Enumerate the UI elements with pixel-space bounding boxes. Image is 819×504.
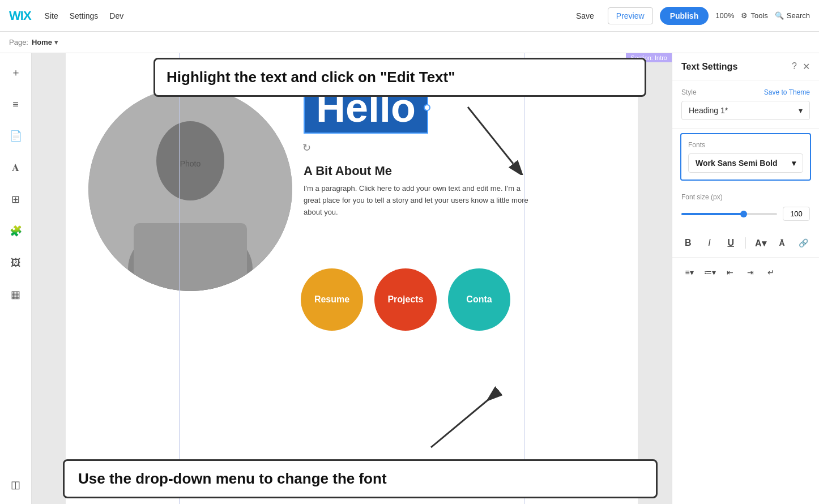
sidebar-add-icon[interactable]: ＋ (6, 62, 26, 83)
main-container: ＋ ≡ 📄 𝐀 ⊞ 🧩 🖼 ▦ ◫ Section: Intro (0, 53, 819, 504)
tools-icon: ⚙ (741, 11, 748, 20)
sidebar-menu-icon[interactable]: ≡ (6, 94, 26, 114)
font-dropdown[interactable]: Work Sans Semi Bold ▾ (688, 153, 803, 173)
slider-fill (681, 213, 744, 215)
topbar: WIX Site Settings Dev Save Preview Publi… (0, 0, 819, 32)
canvas-area: Section: Intro Photo (32, 53, 672, 504)
sidebar-layers-icon[interactable]: ◫ (6, 475, 26, 495)
nav-site[interactable]: Site (45, 11, 58, 20)
rotate-handle[interactable]: ↻ (302, 142, 311, 504)
font-size-section: Font size (px) (672, 185, 819, 229)
zoom-level: 100% (715, 11, 734, 20)
panel-help-icon[interactable]: ? (792, 61, 797, 72)
page-chevron-icon[interactable]: ▾ (54, 38, 58, 46)
style-label-row: Style Save to Theme (681, 88, 810, 96)
fonts-label: Fonts (688, 141, 803, 149)
italic-button[interactable]: I (703, 236, 716, 250)
buttons-row: Resume Projects Conta (301, 268, 510, 331)
topbar-right: Save Preview Publish 100% ⚙ Tools 🔍 Sear… (569, 7, 810, 25)
link-format-button[interactable]: 🔗 (796, 236, 810, 250)
panel-header-icons: ? ✕ (792, 61, 810, 72)
about-block: A Bit About Me I'm a paragraph. Click he… (304, 164, 530, 218)
indent-right-button[interactable]: ⇥ (743, 264, 758, 280)
sidebar-image-icon[interactable]: 🖼 (6, 253, 26, 273)
page-name: Home (32, 38, 52, 46)
profile-circle: Photo (88, 87, 292, 291)
style-section: Style Save to Theme Heading 1* ▾ (672, 80, 819, 129)
highlight-color-button[interactable]: Ā (775, 236, 789, 250)
projects-button[interactable]: Projects (374, 268, 437, 331)
tools-button[interactable]: ⚙ Tools (741, 11, 767, 20)
panel-close-icon[interactable]: ✕ (803, 61, 810, 72)
font-value: Work Sans Semi Bold (696, 159, 777, 168)
resize-handle[interactable] (424, 104, 430, 111)
align-row: ≡▾ ≔▾ ⇤ ⇥ ↵ (672, 258, 819, 287)
wix-logo: WIX (9, 8, 31, 23)
style-dropdown[interactable]: Heading 1* ▾ (681, 101, 810, 120)
save-to-theme-button[interactable]: Save to Theme (764, 88, 810, 96)
sidebar-font-icon[interactable]: 𝐀 (6, 157, 26, 178)
style-chevron-icon: ▾ (799, 106, 803, 115)
search-icon: 🔍 (775, 11, 784, 20)
divider-left (179, 53, 180, 504)
font-size-input[interactable] (783, 207, 810, 221)
sidebar-grid-icon[interactable]: ⊞ (6, 189, 26, 210)
contact-button[interactable]: Conta (448, 268, 510, 331)
divider-right (524, 53, 524, 504)
nav-dev[interactable]: Dev (109, 11, 123, 20)
page-label: Page: (9, 38, 28, 46)
style-label: Style (681, 88, 697, 96)
profile-image: Photo (88, 87, 292, 291)
tools-label: Tools (750, 11, 767, 20)
about-title: A Bit About Me (304, 164, 530, 178)
left-sidebar: ＋ ≡ 📄 𝐀 ⊞ 🧩 🖼 ▦ ◫ (0, 53, 32, 504)
topbar-nav: Site Settings Dev (45, 11, 124, 20)
font-size-row (681, 207, 810, 221)
bold-button[interactable]: B (681, 236, 695, 250)
fonts-wrapper: Fonts Work Sans Semi Bold ▾ (672, 129, 819, 185)
nav-settings[interactable]: Settings (70, 11, 99, 20)
underline-button[interactable]: U (724, 236, 737, 250)
svg-text:Photo: Photo (180, 159, 201, 168)
about-text: I'm a paragraph. Click here to add your … (304, 183, 530, 218)
list-button[interactable]: ≔▾ (702, 264, 718, 280)
text-color-button[interactable]: A▾ (754, 236, 767, 250)
font-chevron-icon: ▾ (792, 159, 796, 168)
pagebar: Page: Home ▾ (0, 32, 819, 53)
sidebar-table-icon[interactable]: ▦ (6, 284, 26, 305)
font-size-slider[interactable] (681, 213, 777, 215)
font-size-label: Font size (px) (681, 193, 810, 201)
save-button[interactable]: Save (569, 8, 601, 24)
sidebar-puzzle-icon[interactable]: 🧩 (6, 221, 26, 241)
panel-header: Text Settings ? ✕ (672, 53, 819, 80)
indent-left-button[interactable]: ⇤ (722, 264, 738, 280)
direction-button[interactable]: ↵ (763, 264, 779, 280)
canvas-content: Photo ✦ Edit Text Create AI Text W 🔗 ? T… (66, 53, 638, 504)
publish-button[interactable]: Publish (660, 7, 709, 25)
format-divider (745, 237, 746, 249)
format-row: B I U A▾ Ā 🔗 (672, 229, 819, 258)
search-button[interactable]: 🔍 Search (775, 11, 810, 20)
right-panel: Text Settings ? ✕ Style Save to Theme He… (672, 53, 819, 504)
search-label: Search (787, 11, 810, 20)
panel-title: Text Settings (681, 62, 737, 72)
style-value: Heading 1* (689, 106, 728, 115)
callout-top: Highlight the text and click on "Edit Te… (153, 58, 646, 97)
slider-thumb[interactable] (740, 211, 747, 217)
callout-bottom: Use the drop-down menu to change the fon… (63, 459, 658, 498)
align-left-button[interactable]: ≡▾ (681, 264, 697, 280)
fonts-section: Fonts Work Sans Semi Bold ▾ (680, 133, 811, 181)
preview-button[interactable]: Preview (608, 7, 653, 24)
sidebar-page-icon[interactable]: 📄 (6, 126, 26, 146)
svg-rect-3 (134, 223, 247, 291)
